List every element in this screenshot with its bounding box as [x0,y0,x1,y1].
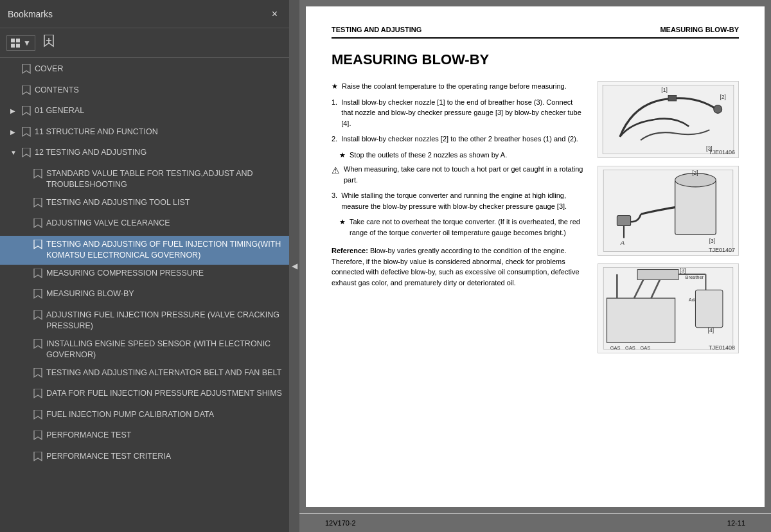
step-3-sub: ★ Take care not to overheat the torque c… [339,217,585,238]
bookmarks-panel: Bookmarks × ▼ COVER [0,0,289,532]
bookmarks-toolbar: ▼ [0,28,289,58]
bookmark-item-install-speed[interactable]: INSTALLING ENGINE SPEED SENSOR (WITH ELE… [0,335,289,364]
svg-text:A: A [620,239,625,246]
bookmark-item-structure[interactable]: ▶ 11 STRUCTURE AND FUNCTION [0,123,289,145]
bookmark-item-testing[interactable]: ▼ 12 TESTING AND ADJUSTING [0,144,289,165]
svg-text:[1]: [1] [661,87,668,93]
bookmark-label: INSTALLING ENGINE SPEED SENSOR (WITH ELE… [46,339,283,361]
bookmark-icon [33,452,42,466]
svg-text:GAS: GAS [640,345,650,351]
bookmark-icon [33,240,42,254]
svg-rect-34 [617,215,630,226]
bookmark-icon [43,35,55,48]
star-symbol: ★ [339,217,346,238]
bookmark-add-button[interactable] [40,32,57,53]
bookmark-item-cover[interactable]: COVER [0,60,289,82]
step-2: 2. Install blow-by checker nozzles [2] t… [332,134,585,145]
bookmark-item-perf-test[interactable]: PERFORMANCE TEST [0,427,289,448]
bookmark-item-tool-list[interactable]: TESTING AND ADJUSTING TOOL LIST [0,194,289,215]
page-header-left: TESTING AND ADJUSTING [332,26,421,33]
bookmark-item-fuel-inject-timing[interactable]: TESTING AND ADJUSTING OF FUEL INJECTION … [0,236,289,265]
bookmark-icon [22,106,31,120]
svg-rect-52 [695,290,722,327]
step-number: 3. [332,190,337,211]
bookmark-item-data-fuel[interactable]: DATA FOR FUEL INJECTION PRESSURE ADJUSTM… [0,385,289,406]
bookmark-icon [33,269,42,283]
bookmark-icon [33,169,42,183]
image-label-3: TJE01408 [709,344,735,351]
page-header: TESTING AND ADJUSTING MEASURING BLOW-BY [332,26,739,39]
bookmark-label: PERFORMANCE TEST CRITERIA [46,451,283,463]
view-toggle-button[interactable]: ▼ [6,35,35,51]
step-number: 1. [332,97,337,129]
svg-marker-14 [34,218,42,227]
bookmark-label: PERFORMANCE TEST [46,430,283,441]
svg-marker-16 [34,269,42,278]
svg-marker-11 [22,148,30,157]
bookmark-label: COVER [35,64,283,75]
svg-text:[3]: [3] [709,238,715,244]
bookmarks-header: Bookmarks × [0,0,289,28]
document-page: TESTING AND ADJUSTING MEASURING BLOW-BY … [306,6,765,507]
warning-item: ⚠ When measuring, take care not to touch… [332,164,585,185]
bookmark-icon [33,430,42,445]
document-images-column: [2] [3] [1] TJE01406 [598,81,739,361]
page-header-right: MEASURING BLOW-BY [660,26,739,33]
bookmark-item-alt-belt[interactable]: TESTING AND ADJUSTING ALTERNATOR BELT AN… [0,364,289,386]
grid-icon [11,39,21,48]
bookmark-icon [22,148,31,162]
svg-marker-20 [34,368,42,377]
step-2-sub: ★ Stop the outlets of these 2 nozzles as… [339,150,585,161]
svg-point-26 [714,105,722,113]
star-symbol: ★ [332,81,338,92]
bookmark-item-adj-fuel[interactable]: ADJUSTING FUEL INJECTION PRESSURE (VALVE… [0,306,289,335]
bookmark-item-perf-criteria[interactable]: PERFORMANCE TEST CRITERIA [0,448,289,469]
svg-text:[3]: [3] [680,267,686,274]
bookmark-label: TESTING AND ADJUSTING OF FUEL INJECTION … [46,239,283,262]
svg-rect-27 [668,95,677,101]
reference-title: Reference: [332,247,368,254]
diagram-svg-1: [2] [3] [1] [598,82,738,157]
bookmark-icon [33,368,42,382]
bookmark-label: STANDARD VALUE TABLE FOR TESTING,ADJUST … [46,168,283,191]
intro-text: Raise the coolant temperature to the ope… [342,81,567,92]
bookmark-item-std-val[interactable]: STANDARD VALUE TABLE FOR TESTING,ADJUST … [0,165,289,194]
bookmark-icon [22,85,31,100]
svg-marker-22 [34,410,42,419]
bookmark-label: TESTING AND ADJUSTING TOOL LIST [46,197,283,209]
bookmark-item-comp-pressure[interactable]: MEASURING COMPRESSION PRESSURE [0,265,289,286]
svg-marker-7 [22,64,30,73]
svg-text:GAS: GAS [610,345,621,351]
bookmark-label: MEASURING COMPRESSION PRESSURE [46,268,283,279]
close-button[interactable]: × [268,7,281,21]
intro-star-paragraph: ★ Raise the coolant temperature to the o… [332,81,585,92]
bookmark-item-fuel-pump[interactable]: FUEL INJECTION PUMP CALIBRATION DATA [0,406,289,427]
collapse-arrow: ◀ [292,262,297,270]
sub-text: Stop the outlets of these 2 nozzles as s… [350,150,507,161]
step-number: 2. [332,134,337,145]
reference-text: Blow-by varies greatly according to the … [332,247,580,287]
svg-rect-2 [11,44,15,48]
bookmark-item-valve-clear[interactable]: ADJUSTING VALVE CLEARANCE [0,215,289,236]
bookmark-icon [33,198,42,212]
warning-icon: ⚠ [332,164,340,177]
svg-rect-3 [16,44,20,48]
sub-text: Take care not to overheat the torque con… [350,217,585,238]
bookmark-item-blow-by[interactable]: MEASURING BLOW-BY [0,285,289,306]
bookmark-label: TESTING AND ADJUSTING ALTERNATOR BELT AN… [46,368,283,379]
svg-rect-0 [11,39,15,42]
bookmark-icon [22,64,31,78]
bookmark-label: FUEL INJECTION PUMP CALIBRATION DATA [46,409,283,421]
bookmark-item-general[interactable]: ▶ 01 GENERAL [0,102,289,123]
svg-marker-19 [34,339,42,348]
document-content: ★ Raise the coolant temperature to the o… [332,81,739,361]
bookmark-label: ADJUSTING FUEL INJECTION PRESSURE (VALVE… [46,310,283,332]
bookmark-label: CONTENTS [35,85,283,96]
svg-text:GAS: GAS [625,345,635,351]
svg-rect-40 [607,298,675,342]
panel-collapse-button[interactable]: ◀ [289,0,299,532]
bookmarks-list: COVER CONTENTS ▶ 01 GENERAL ▶ 11 STRUCTU… [0,58,289,532]
svg-text:[2]: [2] [692,170,698,176]
step-3: 3. While stalling the torque converter a… [332,190,585,211]
bookmark-item-contents[interactable]: CONTENTS [0,82,289,103]
